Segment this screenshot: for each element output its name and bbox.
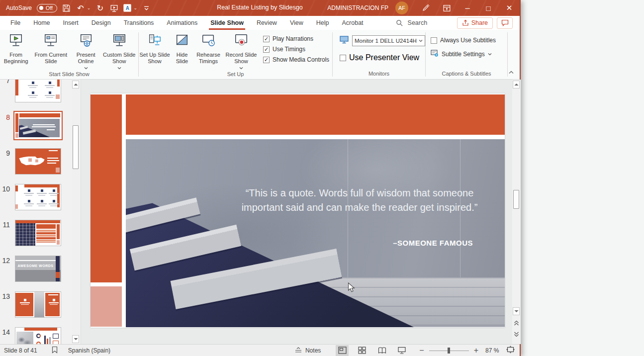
autosave-toggle[interactable]: Off [37, 4, 57, 12]
tab-slide-show[interactable]: Slide Show [204, 16, 250, 30]
share-button[interactable]: Share [457, 17, 493, 29]
record-slide-show-button[interactable]: Record Slide Show [223, 32, 259, 71]
from-beginning-button[interactable]: From Beginning [0, 32, 31, 65]
zoom-in-button[interactable]: + [474, 346, 478, 355]
chevron-down-icon [488, 53, 492, 56]
comments-button[interactable] [497, 17, 513, 29]
maximize-button[interactable]: □ [478, 0, 499, 16]
always-use-subtitles-checkbox[interactable]: Always Use Subtitles [431, 37, 507, 44]
play-narrations-checkbox[interactable]: ✓ Play Narrations [263, 35, 329, 42]
scroll-down-icon[interactable] [72, 335, 79, 343]
checkbox-unchecked-icon [340, 55, 346, 61]
subtitle-settings-button[interactable]: Subtitle Settings [431, 50, 507, 59]
editor-scrollbar-thumb[interactable] [513, 190, 519, 209]
close-button[interactable]: ✕ [499, 0, 520, 16]
slide-thumbnail-11[interactable] [15, 220, 61, 246]
font-style-icon[interactable]: A [123, 4, 131, 12]
zoom-percentage[interactable]: 87 % [485, 347, 504, 354]
zoom-slider[interactable] [429, 347, 469, 354]
tab-review[interactable]: Review [250, 16, 283, 30]
rehearse-timings-button[interactable]: Rehearse Timings [193, 32, 223, 65]
undo-dropdown-icon[interactable]: ⌄ [87, 5, 91, 10]
custom-slide-show-button[interactable]: Custom Slide Show [101, 32, 138, 71]
from-current-slide-button[interactable]: From Current Slide [32, 32, 70, 65]
slide-left-accent-bar[interactable] [91, 94, 122, 282]
accessibility-icon[interactable] [51, 346, 58, 355]
minimize-button[interactable]: ─ [457, 0, 478, 16]
tab-design[interactable]: Design [85, 16, 117, 30]
slide-top-accent-bar[interactable] [126, 94, 505, 135]
from-beginning-icon [8, 33, 23, 49]
account-name[interactable]: ADMINISTRACION FP [327, 4, 388, 11]
editor-scrollbar[interactable] [512, 80, 521, 344]
slide-canvas[interactable]: “This is a quote. Words full of wisdom t… [91, 93, 505, 328]
quote-attribution[interactable]: –SOMEONE FAMOUS [241, 239, 478, 247]
use-timings-checkbox[interactable]: ✓ Use Timings [263, 46, 329, 53]
previous-slide-icon[interactable] [513, 319, 520, 327]
tab-home[interactable]: Home [27, 16, 56, 30]
tab-insert[interactable]: Insert [57, 16, 85, 30]
slide-thumbnail-12[interactable]: AWESOME WORDS [15, 256, 61, 282]
slide-number: 14 [0, 328, 10, 336]
slide-number-selected: 8 [0, 113, 10, 121]
slide-thumbnail-7[interactable] [15, 80, 61, 102]
fit-slide-to-window-icon[interactable] [506, 346, 515, 355]
slide-show-view-button[interactable] [395, 345, 408, 356]
notes-button[interactable]: Notes [294, 347, 321, 354]
tab-transitions[interactable]: Transitions [117, 16, 161, 30]
slide-thumbnail-13[interactable] [15, 291, 61, 318]
search-box[interactable]: Search [396, 19, 428, 26]
monitor-select[interactable]: Monitor 1 DELL U2414H [352, 35, 425, 46]
slide-thumbnail-14[interactable] [15, 327, 61, 344]
slide-counter[interactable]: Slide 8 of 41 [4, 347, 37, 354]
next-slide-icon[interactable] [513, 330, 520, 338]
thumbnail-scrollbar[interactable] [72, 80, 80, 344]
zoom-slider-thumb[interactable] [448, 348, 450, 354]
tab-view[interactable]: View [283, 16, 310, 30]
font-style-dropdown-icon[interactable]: ⌄ [133, 5, 137, 10]
slideshow-from-beginning-icon[interactable] [109, 3, 118, 12]
slide-photo-stairs[interactable]: “This is a quote. Words full of wisdom t… [126, 139, 505, 327]
collapse-ribbon-icon[interactable] [509, 67, 514, 76]
quote-text[interactable]: “This is a quote. Words full of wisdom t… [241, 186, 478, 215]
scroll-up-icon[interactable] [513, 81, 520, 89]
slide-thumbnail-8-selected[interactable] [15, 112, 61, 139]
hide-slide-button[interactable]: Hide Slide [171, 32, 193, 65]
redo-icon[interactable]: ↻ [95, 3, 104, 12]
set-up-slide-show-button[interactable]: Set Up Slide Show [139, 32, 171, 65]
usa-map-graphic [18, 153, 46, 168]
slide-sorter-view-button[interactable] [356, 345, 368, 356]
scroll-down-icon[interactable] [513, 307, 520, 315]
tab-help[interactable]: Help [310, 16, 336, 30]
search-label: Search [408, 19, 428, 26]
use-presenter-view-checkbox[interactable]: Use Presenter View [340, 53, 425, 62]
group-label-captions: Captions & Subtitles [426, 71, 507, 79]
undo-icon[interactable]: ↶ [76, 3, 85, 12]
tab-acrobat[interactable]: Acrobat [335, 16, 369, 30]
slide-thumbnail-9[interactable] [15, 148, 61, 175]
present-online-button[interactable]: Present Online [72, 32, 100, 71]
customize-quick-access-toolbar-icon[interactable] [142, 3, 151, 12]
save-icon[interactable] [62, 3, 71, 12]
chevron-down-icon [419, 39, 423, 42]
slide-number: 10 [0, 185, 10, 193]
language-status[interactable]: Spanish (Spain) [68, 347, 110, 354]
from-current-slide-icon [43, 33, 58, 49]
show-media-controls-checkbox[interactable]: ✓ Show Media Controls [263, 56, 329, 63]
thumbnail-scrollbar-thumb[interactable] [73, 125, 79, 169]
slide-editor-area[interactable]: “This is a quote. Words full of wisdom t… [81, 80, 512, 344]
inking-pen-icon[interactable] [415, 0, 436, 16]
slide-thumbnail-10[interactable] [15, 184, 61, 210]
reading-view-button[interactable] [375, 345, 388, 356]
scroll-up-icon[interactable] [72, 81, 79, 89]
search-icon [396, 19, 403, 26]
slide-salmon-block[interactable] [91, 286, 122, 327]
custom-slide-show-dropdown-icon [117, 65, 121, 71]
ribbon-display-options-icon[interactable] [436, 0, 457, 16]
zoom-out-button[interactable]: − [419, 346, 424, 355]
slide-number: 11 [0, 221, 10, 229]
avatar[interactable]: AF [395, 1, 408, 14]
normal-view-button[interactable] [336, 345, 349, 356]
tab-animations[interactable]: Animations [160, 16, 204, 30]
tab-file[interactable]: File [4, 16, 27, 30]
